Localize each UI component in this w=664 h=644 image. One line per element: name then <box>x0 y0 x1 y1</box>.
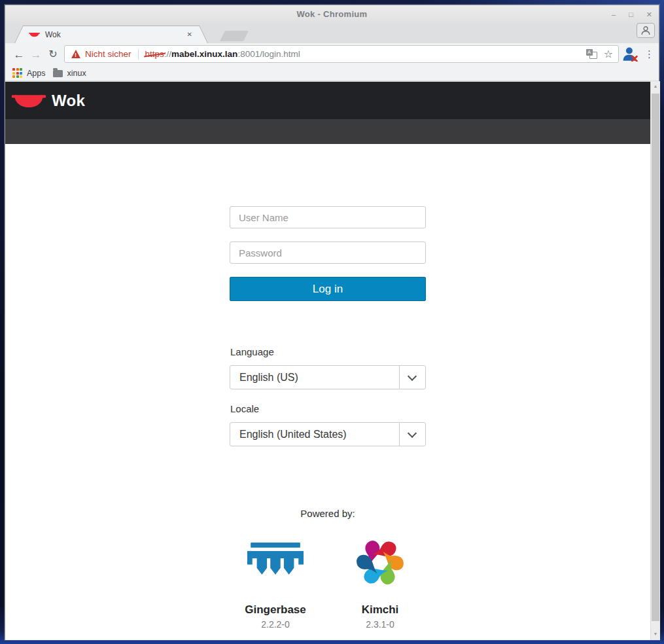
page-subheader <box>5 119 650 144</box>
locale-caret-cell <box>399 423 425 446</box>
vertical-scrollbar[interactable]: ▲ ▼ <box>650 81 660 640</box>
reload-button[interactable]: ↻ <box>44 49 61 60</box>
locale-select[interactable]: English (United States) <box>230 422 426 446</box>
back-button[interactable]: ← <box>10 49 27 60</box>
tab-title: Wok <box>45 30 186 39</box>
kimchi-logo-icon <box>351 535 409 590</box>
gingerbase-logo-icon <box>247 543 304 583</box>
scroll-up-button[interactable]: ▲ <box>651 81 660 91</box>
scrollbar-thumb[interactable] <box>652 94 659 621</box>
window-controls: – □ ✕ <box>612 5 652 24</box>
security-warning-icon <box>71 50 80 58</box>
forward-button[interactable]: → <box>27 49 44 60</box>
security-warning-text[interactable]: Nicht sicher <box>85 49 131 59</box>
language-value: English (US) <box>239 366 298 389</box>
folder-label: xinux <box>67 69 86 78</box>
plugin-gingerbase: Gingerbase 2.2.2-0 <box>226 535 324 630</box>
chevron-down-icon <box>408 429 417 438</box>
browser-menu-icon[interactable]: ⋮ <box>644 47 654 62</box>
password-input[interactable] <box>230 241 426 264</box>
navigation-toolbar: ← → ↻ Nicht sicher https://mabel.xinux.l… <box>5 43 659 65</box>
apps-grid-icon <box>12 68 22 78</box>
brand-title: Wok <box>52 92 85 110</box>
powered-by-label: Powered by: <box>5 508 650 519</box>
bookmarks-bar: Apps xinux <box>5 65 659 81</box>
url-text: https://mabel.xinux.lan:8001/login.html <box>145 49 300 59</box>
address-bar[interactable]: Nicht sicher https://mabel.xinux.lan:800… <box>64 45 619 63</box>
language-caret-cell <box>399 366 425 389</box>
bookmark-star-icon[interactable]: ☆ <box>604 49 613 60</box>
maximize-button[interactable]: □ <box>629 11 633 18</box>
person-x-icon <box>622 47 638 62</box>
chevron-down-icon <box>408 372 417 381</box>
folder-icon <box>53 70 63 77</box>
tab-close-button[interactable]: ✕ <box>186 29 194 39</box>
bookmark-apps[interactable]: Apps <box>12 68 46 78</box>
minimize-button[interactable]: – <box>612 11 616 18</box>
wok-logo-icon <box>12 94 46 108</box>
locale-value: English (United States) <box>239 423 347 446</box>
url-host: mabel.xinux.lan <box>171 49 237 59</box>
translate-icon[interactable] <box>586 49 597 59</box>
language-select[interactable]: English (US) <box>230 365 426 389</box>
url-path: :8001/login.html <box>237 49 300 59</box>
url-scheme-struck: https <box>145 49 164 59</box>
plugin-kimchi: Kimchi 2.3.1-0 <box>331 535 429 630</box>
title-bar: Wok - Chromium – □ ✕ <box>5 5 659 24</box>
plugin-name: Kimchi <box>362 603 399 617</box>
plugin-version: 2.3.1-0 <box>366 619 394 630</box>
scroll-down-button[interactable]: ▼ <box>651 629 660 639</box>
plugin-name: Gingerbase <box>245 603 306 617</box>
person-outline-icon <box>640 26 651 35</box>
page-viewport: Wok Log in Language English (US) Locale … <box>5 81 650 640</box>
username-input[interactable] <box>230 206 426 228</box>
wok-favicon-icon <box>29 32 40 37</box>
apps-label: Apps <box>27 69 46 78</box>
bookmark-folder-xinux[interactable]: xinux <box>53 69 86 78</box>
page-header: Wok <box>5 82 650 119</box>
plugins-row: Gingerbase 2.2.2-0 Kimc <box>226 535 429 630</box>
login-button[interactable]: Log in <box>230 277 426 301</box>
signed-out-avatar-button[interactable] <box>622 47 638 62</box>
omnibox-divider <box>138 49 139 60</box>
desktop-background: Wok - Chromium – □ ✕ Wok <box>0 0 664 644</box>
window-title: Wok - Chromium <box>5 9 659 19</box>
tab-wok[interactable]: Wok ✕ <box>14 26 208 43</box>
close-button[interactable]: ✕ <box>646 11 652 18</box>
profile-button[interactable] <box>637 23 655 38</box>
plugin-version: 2.2.2-0 <box>261 619 290 630</box>
language-label: Language <box>230 346 274 357</box>
browser-window: Wok - Chromium – □ ✕ Wok <box>5 5 659 640</box>
locale-label: Locale <box>230 403 259 414</box>
